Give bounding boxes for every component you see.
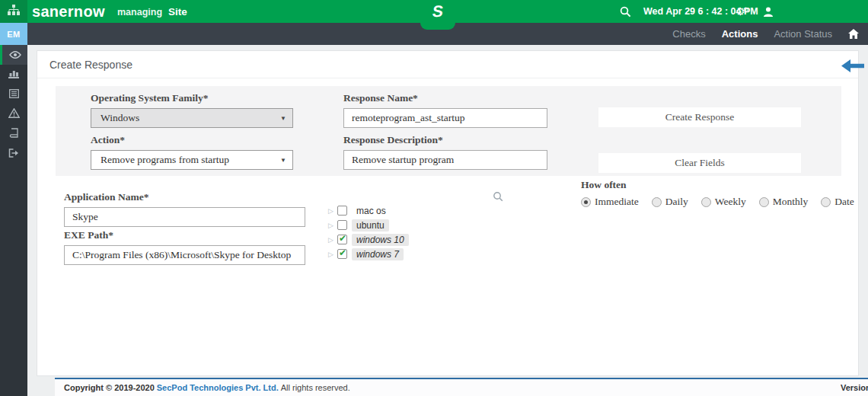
- sidebar-item-reports[interactable]: [0, 65, 27, 85]
- radio-button-icon: [701, 197, 711, 207]
- chevron-down-icon: ▼: [280, 152, 286, 170]
- search-icon[interactable]: [620, 6, 631, 21]
- sidebar-item-logout[interactable]: [0, 144, 27, 164]
- tree-label-windows10[interactable]: windows 10: [352, 234, 409, 246]
- os-tree: ▷ mac os ▷ ubuntu ▷ windows 10 ▷: [328, 203, 409, 261]
- tree-row-windows7: ▷ windows 7: [328, 247, 409, 261]
- version-label: Version 4.4: [841, 383, 868, 392]
- copyright-prefix: Copyright © 2019-2020: [64, 383, 155, 392]
- list-icon: [9, 88, 19, 101]
- header-notch: [420, 23, 455, 30]
- radio-weekly[interactable]: Weekly: [701, 196, 746, 208]
- response-name-group: Response Name*: [343, 92, 547, 128]
- response-name-input[interactable]: [343, 108, 547, 128]
- top-header: sanernow managing Site S Wed Apr 29 6 : …: [0, 0, 868, 23]
- copyright-suffix: All rights reserved.: [281, 383, 350, 392]
- em-tool-badge[interactable]: EM: [0, 23, 27, 45]
- exe-path-label: EXE Path*: [64, 229, 305, 241]
- radio-button-icon: [652, 197, 662, 207]
- radio-monthly[interactable]: Monthly: [759, 196, 809, 208]
- expand-arrow-icon[interactable]: ▷: [328, 236, 337, 244]
- how-often-group: How often Immediate Daily Weekly: [581, 179, 809, 208]
- schedule-options: Immediate Daily Weekly Monthly: [581, 196, 809, 208]
- nav-item-checks[interactable]: Checks: [672, 28, 705, 40]
- nav-menu: Checks Actions Action Status: [672, 23, 859, 45]
- radio-label: Immediate: [595, 196, 639, 208]
- action-group: Action* Remove programs from startup ▼: [91, 134, 293, 170]
- radio-label: Monthly: [773, 196, 809, 208]
- expand-arrow-icon[interactable]: ▷: [328, 207, 337, 215]
- clear-fields-button[interactable]: Clear Fields: [598, 153, 801, 173]
- application-name-group: Application Name*: [64, 191, 305, 227]
- exe-path-group: EXE Path*: [64, 229, 305, 265]
- radio-immediate[interactable]: Immediate: [581, 196, 639, 208]
- ubuntu-checkbox[interactable]: [337, 220, 347, 230]
- expand-arrow-icon[interactable]: ▷: [328, 251, 337, 258]
- sidebar-item-visibility[interactable]: [0, 45, 27, 65]
- macos-checkbox[interactable]: [337, 206, 347, 216]
- eye-icon: [9, 48, 21, 62]
- tree-row-ubuntu: ▷ ubuntu: [328, 218, 409, 232]
- page-title: Create Response: [37, 51, 858, 78]
- response-description-label: Response Description*: [343, 134, 547, 146]
- tree-label-windows7[interactable]: windows 7: [352, 248, 404, 260]
- nav-item-actions[interactable]: Actions: [722, 28, 758, 40]
- sidebar-item-checks[interactable]: [0, 85, 27, 104]
- windows10-checkbox[interactable]: [337, 235, 347, 244]
- home-icon[interactable]: [848, 29, 859, 39]
- exe-path-input[interactable]: [64, 245, 305, 265]
- application-name-label: Application Name*: [64, 191, 305, 203]
- site-selector[interactable]: Site: [168, 0, 187, 24]
- footer-bar: Copyright © 2019-2020SecPod Technologies…: [55, 378, 868, 396]
- secpod-link[interactable]: SecPod Technologies Pvt. Ltd.: [157, 383, 279, 392]
- tree-row-macos: ▷ mac os: [328, 203, 409, 218]
- create-response-card: Create Response Operating System Family*…: [37, 50, 859, 376]
- sitemap-icon: [8, 5, 20, 18]
- radio-label: Date: [834, 196, 854, 208]
- os-family-group: Operating System Family* Windows ▼: [91, 92, 293, 128]
- application-name-input[interactable]: [64, 207, 305, 227]
- sanernow-app: sanernow managing Site S Wed Apr 29 6 : …: [0, 0, 868, 396]
- tree-row-windows10: ▷ windows 10: [328, 232, 409, 247]
- brand-wordmark: sanernow: [32, 0, 105, 23]
- response-description-group: Response Description*: [343, 134, 547, 170]
- copyright-text: Copyright © 2019-2020SecPod Technologies…: [64, 383, 350, 392]
- back-arrow-button[interactable]: [841, 59, 864, 75]
- chevron-down-icon: ▼: [280, 110, 286, 128]
- radio-date[interactable]: Date: [821, 196, 854, 208]
- tree-label-ubuntu[interactable]: ubuntu: [352, 219, 389, 232]
- action-label: Action*: [91, 134, 293, 146]
- response-name-label: Response Name*: [343, 92, 547, 104]
- os-family-select[interactable]: Windows ▼: [91, 108, 293, 128]
- left-sidebar: [0, 45, 27, 396]
- settings-gears-icon[interactable]: ⚙⚙: [736, 0, 752, 24]
- windows7-checkbox[interactable]: [337, 249, 347, 259]
- expand-arrow-icon[interactable]: ▷: [328, 222, 337, 229]
- book-icon: [9, 127, 19, 141]
- sidebar-item-docs[interactable]: [0, 124, 27, 144]
- warning-icon: [8, 107, 20, 121]
- sitemap-logo-button[interactable]: [0, 0, 27, 23]
- secpod-s-logo: S: [421, 1, 455, 22]
- radio-button-icon: [581, 197, 591, 207]
- response-form-panel: Operating System Family* Windows ▼ Respo…: [56, 86, 841, 176]
- radio-daily[interactable]: Daily: [652, 196, 688, 208]
- managing-label: managing: [117, 0, 162, 24]
- os-family-label: Operating System Family*: [91, 92, 293, 104]
- tree-label-macos[interactable]: mac os: [352, 205, 391, 217]
- response-description-input[interactable]: [343, 150, 547, 170]
- nav-item-action-status[interactable]: Action Status: [774, 28, 832, 40]
- os-family-value: Windows: [101, 112, 139, 123]
- action-select[interactable]: Remove programs from startup ▼: [91, 150, 293, 170]
- user-account-icon[interactable]: [764, 6, 773, 20]
- tree-search-icon[interactable]: [493, 191, 503, 205]
- create-response-button[interactable]: Create Response: [598, 107, 801, 127]
- radio-button-icon: [759, 197, 769, 207]
- chart-icon: [8, 68, 19, 81]
- how-often-label: How often: [581, 179, 809, 191]
- action-value: Remove programs from startup: [101, 154, 229, 165]
- radio-label: Daily: [665, 196, 688, 208]
- logout-icon: [8, 147, 19, 161]
- sidebar-item-alerts[interactable]: [0, 104, 27, 124]
- radio-label: Weekly: [715, 196, 746, 208]
